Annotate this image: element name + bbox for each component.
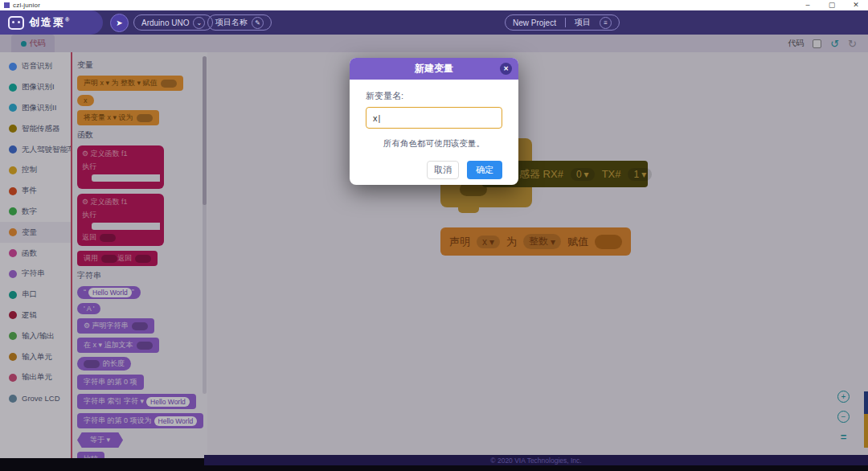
- connect-icon: ➤: [116, 18, 122, 27]
- text-caret: |: [379, 113, 381, 123]
- dialog-header: 新建变量 ✕: [350, 58, 518, 80]
- variable-name-input[interactable]: x|: [366, 107, 502, 129]
- project-name-field[interactable]: 项目名称 ✎: [207, 14, 272, 31]
- ok-button[interactable]: 确定: [467, 161, 502, 179]
- robot-icon: [8, 16, 24, 30]
- project-group: New Project 项目 ≡: [505, 14, 620, 31]
- new-variable-dialog: 新建变量 ✕ 新变量名: x| 所有角色都可使用该变量。 取消 确定: [350, 58, 518, 185]
- window-controls: – ▢ ✕: [796, 0, 868, 10]
- cancel-button[interactable]: 取消: [427, 161, 459, 179]
- app-icon: [4, 2, 10, 8]
- device-connect-button[interactable]: ➤: [110, 14, 129, 32]
- divider: [565, 18, 566, 27]
- os-titlebar: czl-junior – ▢ ✕: [0, 0, 868, 11]
- project-menu-button[interactable]: 项目: [575, 17, 591, 28]
- app-window: czl-junior – ▢ ✕ 创造栗® ➤ Arduino UNO ⌄ 项目…: [0, 0, 868, 471]
- window-title: czl-junior: [13, 2, 40, 9]
- brand-name: 创造栗®: [29, 15, 69, 30]
- dialog-close-icon[interactable]: ✕: [500, 63, 512, 75]
- pencil-icon: ✎: [252, 17, 264, 29]
- brand-logo: 创造栗®: [0, 10, 103, 35]
- maximize-button[interactable]: ▢: [820, 0, 844, 10]
- minimize-button[interactable]: –: [796, 0, 820, 10]
- dialog-buttons: 取消 确定: [366, 161, 502, 179]
- variable-name-label: 新变量名:: [366, 90, 518, 102]
- dialog-title: 新建变量: [415, 62, 453, 76]
- menu-icon[interactable]: ≡: [600, 17, 612, 29]
- close-button[interactable]: ✕: [844, 0, 868, 10]
- app-header: 创造栗® ➤ Arduino UNO ⌄ 项目名称 ✎ New Project …: [0, 10, 868, 35]
- chevron-down-icon: ⌄: [193, 17, 205, 29]
- device-selector[interactable]: Arduino UNO ⌄: [133, 14, 213, 31]
- dialog-note: 所有角色都可使用该变量。: [350, 138, 518, 149]
- new-project-button[interactable]: New Project: [513, 18, 556, 27]
